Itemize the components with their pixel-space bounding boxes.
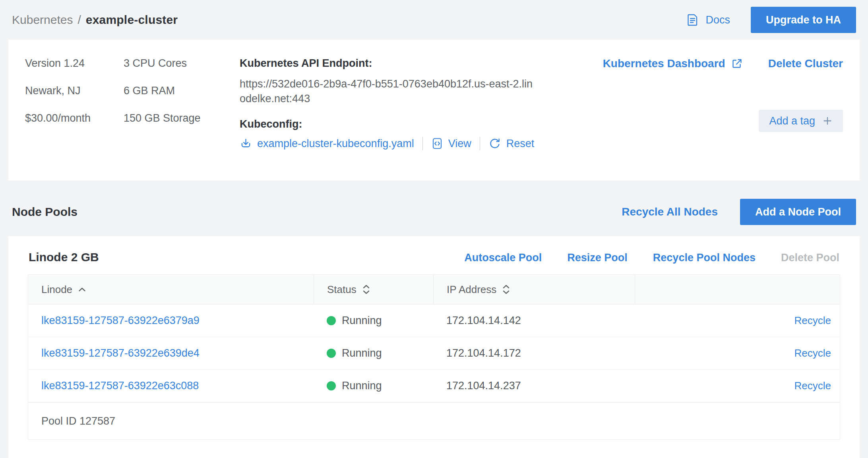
add-tag-label: Add a tag — [769, 115, 815, 127]
kubernetes-dashboard-link[interactable]: Kubernetes Dashboard — [603, 57, 743, 70]
node-link[interactable]: lke83159-127587-63922e639de4 — [41, 347, 200, 359]
api-endpoint-url: https://532de016-2b9a-47f0-b551-0763eb40… — [240, 77, 539, 106]
pool-id-label: Pool ID 127587 — [28, 415, 115, 427]
delete-cluster-link[interactable]: Delete Cluster — [768, 57, 843, 70]
recycle-all-nodes-link[interactable]: Recycle All Nodes — [622, 206, 718, 218]
delete-cluster-label: Delete Cluster — [768, 57, 843, 70]
node-link[interactable]: lke83159-127587-63922e63c088 — [41, 380, 199, 392]
cluster-version: Version 1.24 — [25, 57, 96, 70]
resize-pool-link[interactable]: Resize Pool — [567, 252, 628, 264]
status-label: Running — [342, 380, 382, 392]
cluster-specs-column-1: Version 1.24 Newark, NJ $30.00/month — [25, 57, 96, 165]
column-label-linode: Linode — [41, 283, 72, 296]
chevron-up-icon — [78, 287, 86, 292]
column-header-actions — [635, 275, 840, 304]
api-endpoint-block: Kubernetes API Endpoint: https://532de01… — [240, 57, 539, 165]
cluster-specs-column-2: 3 CPU Cores 6 GB RAM 150 GB Storage — [124, 57, 210, 165]
node-ip-address: 172.104.14.142 — [433, 314, 635, 327]
node-pools-title: Node Pools — [12, 205, 78, 219]
table-row: lke83159-127587-63922e6379a9 Running 172… — [28, 305, 840, 337]
view-label: View — [448, 138, 471, 150]
status-dot-running — [327, 381, 336, 390]
page-header: Kubernetes / example-cluster Docs Upgrad… — [0, 0, 868, 40]
column-header-linode[interactable]: Linode — [28, 275, 314, 304]
recycle-node-link[interactable]: Recycle — [794, 380, 831, 392]
api-endpoint-label: Kubernetes API Endpoint: — [240, 57, 539, 70]
node-pool-card: Linode 2 GB Autoscale Pool Resize Pool R… — [8, 236, 860, 458]
code-brackets-icon — [431, 137, 443, 150]
recycle-node-link[interactable]: Recycle — [794, 314, 831, 326]
recycle-pool-nodes-link[interactable]: Recycle Pool Nodes — [653, 252, 756, 264]
column-label-status: Status — [327, 283, 356, 296]
chevron-up-down-icon — [502, 284, 510, 295]
add-a-tag-button[interactable]: Add a tag — [759, 110, 843, 132]
download-icon — [240, 138, 252, 150]
cluster-storage: 150 GB Storage — [124, 112, 210, 124]
add-a-node-pool-button[interactable]: Add a Node Pool — [740, 199, 856, 225]
divider — [480, 137, 480, 150]
cluster-cpu: 3 CPU Cores — [124, 57, 210, 70]
breadcrumb: Kubernetes / example-cluster — [12, 13, 178, 27]
upgrade-to-ha-button[interactable]: Upgrade to HA — [751, 7, 856, 33]
status-label: Running — [342, 347, 382, 359]
breadcrumb-kubernetes-link[interactable]: Kubernetes — [12, 13, 73, 27]
cluster-summary-card: Version 1.24 Newark, NJ $30.00/month 3 C… — [8, 40, 860, 180]
node-link[interactable]: lke83159-127587-63922e6379a9 — [41, 314, 200, 326]
cluster-price: $30.00/month — [25, 112, 96, 124]
reset-icon — [488, 137, 501, 150]
node-table: Linode Status IP Address — [28, 274, 840, 440]
column-header-status[interactable]: Status — [314, 275, 433, 304]
docs-icon — [686, 13, 700, 27]
docs-link[interactable]: Docs — [686, 13, 730, 27]
docs-label: Docs — [705, 14, 730, 26]
pool-header: Linode 2 GB Autoscale Pool Resize Pool R… — [29, 250, 839, 264]
status-label: Running — [342, 314, 382, 327]
node-ip-address: 172.104.14.237 — [433, 380, 635, 392]
kubeconfig-label: Kubeconfig: — [240, 118, 539, 130]
cluster-region: Newark, NJ — [25, 85, 96, 97]
summary-right-actions: Kubernetes Dashboard Delete Cluster Add … — [603, 57, 843, 165]
node-pools-section-header: Node Pools Recycle All Nodes Add a Node … — [12, 199, 856, 225]
plus-icon — [822, 116, 833, 126]
column-header-ip-address[interactable]: IP Address — [433, 275, 635, 304]
table-row: lke83159-127587-63922e639de4 Running 172… — [28, 337, 840, 370]
table-row: lke83159-127587-63922e63c088 Running 172… — [28, 370, 840, 402]
status-dot-running — [327, 349, 336, 358]
pool-actions: Autoscale Pool Resize Pool Recycle Pool … — [464, 252, 839, 264]
node-ip-address: 172.104.14.172 — [433, 347, 635, 359]
pool-id-row: Pool ID 127587 — [28, 402, 840, 439]
breadcrumb-separator: / — [78, 13, 81, 27]
kubeconfig-download-link[interactable]: example-cluster-kubeconfig.yaml — [240, 138, 414, 150]
delete-pool-link-disabled[interactable]: Delete Pool — [781, 252, 839, 264]
kubeconfig-view-link[interactable]: View — [431, 137, 471, 150]
column-label-ip-address: IP Address — [447, 283, 496, 296]
autoscale-pool-link[interactable]: Autoscale Pool — [464, 252, 542, 264]
kubeconfig-filename: example-cluster-kubeconfig.yaml — [257, 138, 414, 150]
external-link-icon — [731, 58, 743, 70]
kubeconfig-actions: example-cluster-kubeconfig.yaml View — [240, 137, 539, 150]
dashboard-link-label: Kubernetes Dashboard — [603, 57, 725, 70]
status-dot-running — [327, 316, 336, 325]
chevron-up-down-icon — [362, 284, 370, 295]
divider — [422, 137, 423, 150]
recycle-node-link[interactable]: Recycle — [794, 347, 831, 359]
node-table-header: Linode Status IP Address — [28, 275, 840, 305]
reset-label: Reset — [506, 138, 535, 150]
kubeconfig-reset-link[interactable]: Reset — [488, 137, 535, 150]
cluster-ram: 6 GB RAM — [124, 85, 210, 97]
breadcrumb-cluster-name: example-cluster — [86, 13, 178, 27]
pool-name: Linode 2 GB — [29, 250, 99, 264]
